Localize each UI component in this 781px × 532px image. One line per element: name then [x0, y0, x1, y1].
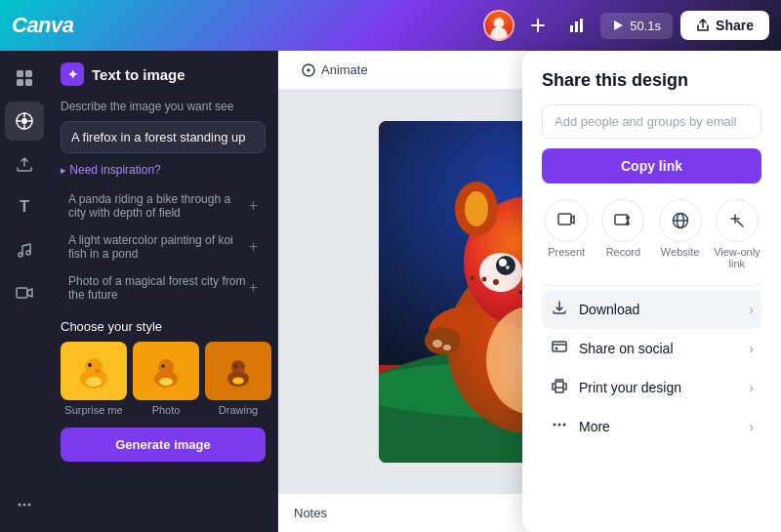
share-menu-print[interactable]: Print your design › [542, 368, 761, 407]
svg-rect-83 [553, 342, 566, 351]
svg-point-13 [19, 253, 22, 257]
suggestion-add-1[interactable]: + [249, 238, 258, 256]
share-button[interactable]: Share [680, 11, 769, 40]
sidebar-item-home[interactable] [5, 59, 44, 98]
svg-marker-6 [614, 20, 623, 30]
svg-point-61 [499, 259, 507, 266]
svg-point-17 [23, 504, 26, 507]
view-only-label: View-only link [713, 246, 761, 269]
share-menu-download[interactable]: Download › [542, 290, 761, 329]
svg-rect-8 [25, 70, 32, 77]
svg-rect-15 [17, 288, 27, 298]
panel-title: ✦ Text to image [61, 62, 266, 86]
animate-label: Animate [321, 62, 368, 77]
suggestion-item-0[interactable]: A panda riding a bike through a city wit… [61, 186, 266, 225]
more-menu-left: More [550, 417, 610, 436]
svg-rect-77 [615, 215, 628, 225]
website-label: Website [661, 246, 700, 258]
svg-point-48 [425, 327, 460, 354]
share-icons-grid: Present Record Website [542, 199, 761, 269]
svg-point-68 [493, 279, 499, 285]
animate-button[interactable]: Animate [294, 59, 376, 81]
svg-point-88 [563, 424, 566, 427]
svg-rect-76 [558, 214, 571, 225]
style-grid: Surprise me Photo [61, 342, 266, 416]
left-panel: ✦ Text to image Describe the image you w… [49, 51, 278, 532]
svg-point-51 [443, 345, 451, 350]
social-icon [550, 339, 569, 358]
sidebar-item-text[interactable]: T [5, 187, 44, 226]
inspiration-link[interactable]: ▸ Need inspiration? [61, 163, 266, 177]
style-item-photo[interactable]: Photo [133, 342, 199, 416]
suggestion-item-1[interactable]: A light watercolor painting of koi fish … [61, 227, 266, 266]
analytics-button[interactable] [561, 10, 593, 41]
share-icon-present[interactable]: Present [542, 199, 591, 269]
record-icon-circle [601, 199, 644, 242]
describe-input[interactable] [61, 121, 266, 153]
style-label-surprise: Surprise me [61, 404, 127, 416]
share-email-input[interactable] [542, 104, 761, 139]
suggestion-text-2: Photo of a magical forest city from the … [68, 274, 249, 302]
svg-point-63 [506, 266, 510, 269]
svg-point-22 [86, 377, 102, 387]
copy-link-button[interactable]: Copy link [542, 148, 761, 184]
svg-point-29 [159, 378, 173, 386]
svg-point-24 [88, 363, 92, 367]
style-section-label: Choose your style [61, 319, 266, 334]
share-icon-view-only[interactable]: View-only link [713, 199, 761, 269]
more-text: More [579, 419, 610, 434]
avatar[interactable] [483, 10, 514, 41]
present-icon-circle [545, 199, 588, 242]
svg-point-16 [19, 504, 21, 507]
generate-button[interactable]: Generate image [61, 428, 266, 462]
suggestion-item-2[interactable]: Photo of a magical forest city from the … [61, 268, 266, 307]
share-menu-more[interactable]: More › [542, 407, 761, 446]
svg-point-39 [238, 369, 242, 372]
svg-point-21 [85, 358, 103, 376]
svg-point-31 [161, 364, 165, 368]
present-label: Present [548, 246, 585, 258]
notes-label: Notes [294, 506, 327, 520]
download-menu-left: Download [550, 300, 639, 319]
suggestion-text-1: A light watercolor painting of koi fish … [68, 233, 249, 261]
sidebar-item-upload[interactable] [5, 144, 44, 184]
more-icon [550, 417, 569, 436]
social-text: Share on social [579, 341, 674, 356]
social-menu-left: Share on social [550, 339, 674, 358]
share-divider [542, 285, 761, 286]
style-item-surprise[interactable]: Surprise me [61, 342, 127, 416]
sidebar-item-apps[interactable] [5, 485, 44, 524]
play-duration: 50.1s [630, 19, 661, 33]
download-arrow: › [749, 302, 754, 317]
svg-point-86 [554, 424, 556, 427]
share-menu-social[interactable]: Share on social › [542, 329, 761, 368]
svg-rect-10 [25, 79, 32, 86]
add-button[interactable] [522, 10, 554, 41]
svg-point-1 [494, 18, 505, 28]
print-arrow: › [749, 380, 754, 395]
sidebar-item-music[interactable] [5, 230, 44, 269]
sidebar-item-video[interactable] [5, 273, 44, 312]
suggestion-add-0[interactable]: + [249, 197, 258, 215]
style-label-drawing: Drawing [205, 404, 271, 416]
share-icon-website[interactable]: Website [656, 199, 705, 269]
svg-point-11 [21, 118, 27, 124]
suggestion-add-2[interactable]: + [249, 279, 258, 297]
svg-rect-3 [570, 25, 573, 32]
svg-point-14 [26, 251, 30, 255]
print-icon [550, 378, 569, 397]
share-label: Share [716, 18, 754, 33]
view-only-icon-circle [716, 199, 759, 242]
play-button[interactable]: 50.1s [600, 13, 673, 39]
style-thumb-photo [133, 342, 199, 400]
download-icon [550, 300, 569, 319]
share-icon-record[interactable]: Record [598, 199, 647, 269]
canvas-area: Animate [278, 51, 781, 532]
sidebar-item-elements[interactable] [5, 102, 44, 141]
style-thumb-surprise [61, 342, 127, 400]
svg-rect-7 [17, 70, 23, 77]
download-text: Download [579, 302, 639, 317]
website-icon-circle [659, 199, 702, 242]
svg-point-28 [158, 359, 174, 375]
style-item-drawing[interactable]: Drawing [205, 342, 271, 416]
